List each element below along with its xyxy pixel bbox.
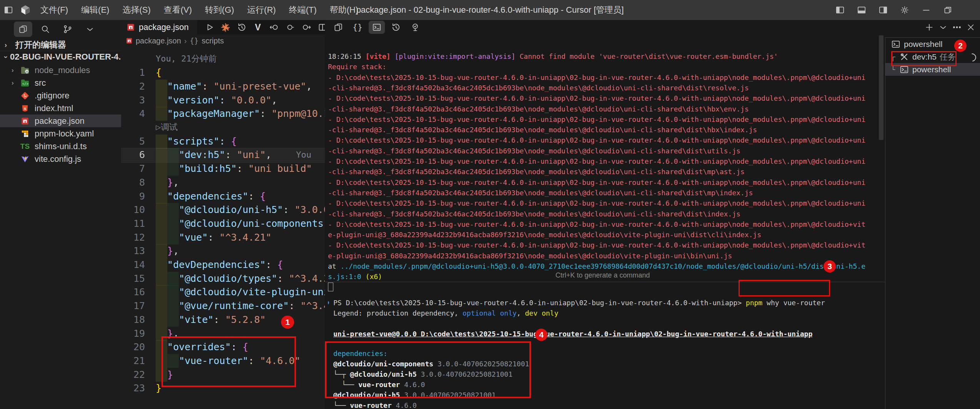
chevron-right-icon: ›: [12, 67, 20, 74]
search-icon[interactable]: [36, 22, 55, 37]
file-package.json[interactable]: package.json: [0, 115, 121, 127]
line-number: 16: [121, 285, 145, 299]
chevron-down-icon[interactable]: [937, 21, 949, 34]
terminal-line: -cli-shared@3._f3dc8f4a502ba3c46ac2405dc…: [328, 104, 882, 114]
code-text: },: [156, 244, 179, 258]
text-span: }: [156, 382, 161, 394]
html-icon: 5: [20, 104, 30, 113]
nav-back-icon[interactable]: [267, 21, 281, 34]
text-span: [156, 314, 179, 325]
new-terminal-icon[interactable]: [923, 21, 935, 34]
menu-v[interactable]: 查看(V): [157, 0, 198, 20]
text-span: :: [208, 232, 219, 243]
menu-t[interactable]: 终端(T): [282, 0, 323, 20]
text-span: [156, 177, 167, 188]
file-nodemodules[interactable]: ›JSnode_modules: [0, 64, 121, 76]
layout-panel-icon[interactable]: [851, 0, 872, 20]
text-span: "dependencies": [167, 191, 248, 202]
file-index.html[interactable]: 5index.html: [0, 102, 121, 115]
text-span: ,: [517, 309, 525, 317]
line-number: 13: [121, 244, 145, 258]
text-span: "build:h5": [179, 163, 237, 174]
text-span: -cli-shared@3._f3dc8f4a502ba3c46ac2405dc…: [328, 105, 749, 113]
file-label: .gitignore: [35, 91, 70, 101]
settings-gear-icon[interactable]: [894, 0, 915, 20]
text-span: "^3.4: [300, 300, 325, 311]
nav-circle-icon[interactable]: [283, 21, 297, 34]
braces-icon[interactable]: {}: [349, 21, 366, 34]
text-span: :: [214, 314, 225, 325]
terminal-line: -cli-shared@3._f3dc8f4a502ba3c46ac2405dc…: [328, 125, 882, 135]
menu-s[interactable]: 选择(S): [116, 0, 157, 20]
text-span: "uni": [237, 149, 266, 160]
code-line-12: 12 "vue": "^3.4.21": [121, 231, 325, 244]
minimize-icon[interactable]: [915, 0, 937, 20]
terminal-scrollbar[interactable]: [879, 35, 883, 140]
restore-icon[interactable]: [937, 0, 958, 20]
text-span: dev only: [525, 309, 559, 317]
terminal-line: Legend: production dependency, optional …: [328, 308, 885, 318]
codelens-debug[interactable]: ▷调试: [156, 121, 178, 135]
terminal-icon[interactable]: [369, 21, 385, 34]
close-icon[interactable]: [958, 0, 980, 20]
ai-spark-icon[interactable]: [219, 21, 233, 34]
history-icon[interactable]: [388, 21, 404, 34]
code-line-2: 2 "name": "uni-preset-vue",: [121, 80, 325, 93]
text-span: {: [277, 259, 283, 270]
code-text: "packageManager": "pnpm@10.1: [156, 107, 325, 121]
text-span: "@vue/runtime-core": [179, 300, 289, 311]
file-.gitignore[interactable]: .gitignore: [0, 89, 121, 102]
text-span: [156, 81, 167, 92]
layout-sidebar-left-icon[interactable]: [0, 2, 17, 18]
text-span: - D:\code\tests\2025-10-15-bug-vue-route…: [328, 199, 865, 207]
text-span: - D:\code\tests\2025-10-15-bug-vue-route…: [328, 220, 865, 228]
task-tree-icon[interactable]: [407, 21, 423, 34]
project-section[interactable]: › 02-BUG-IN-VUE-ROUTER-4.6.0-...: [0, 51, 121, 63]
editor-tab-strip: package.json V: [121, 20, 325, 35]
line-number: 12: [121, 231, 145, 244]
line-number: 17: [121, 299, 145, 313]
file-label: index.html: [35, 103, 73, 113]
folder-src-icon: </>: [20, 78, 30, 88]
terminal-name: powershell: [904, 40, 942, 49]
text-span: ,: [173, 245, 179, 256]
file-vite.config.js[interactable]: vite.config.js: [0, 153, 121, 165]
chevron-down-icon[interactable]: [81, 22, 99, 37]
more-icon[interactable]: [951, 21, 963, 34]
text-span: [plugin:vite:import-analysis]: [394, 52, 519, 60]
vue-icon[interactable]: V: [251, 21, 265, 34]
run-icon[interactable]: [203, 21, 216, 34]
line-number: 7: [121, 162, 145, 176]
terminal-line: - D:\code\tests\2025-10-15-bug-vue-route…: [328, 114, 882, 125]
file-shims-uni.d.ts[interactable]: TSshims-uni.d.ts: [0, 140, 121, 153]
source-control-icon[interactable]: [58, 22, 77, 37]
pages-icon[interactable]: [330, 21, 346, 34]
menu-r[interactable]: 运行(R): [241, 0, 283, 20]
pages-icon[interactable]: [14, 22, 32, 37]
file-src[interactable]: ›</>src: [0, 76, 121, 89]
menu-e[interactable]: 编辑(E): [75, 0, 116, 20]
code-line-18: 18 "vite": "5.2.8": [121, 313, 325, 327]
layout-sidebar-left-icon[interactable]: [829, 0, 851, 20]
tab-package-json[interactable]: package.json: [121, 20, 197, 35]
text-span: [156, 259, 167, 270]
text-span: ,: [306, 81, 312, 92]
close-icon[interactable]: [965, 21, 977, 34]
text-span: :: [202, 81, 213, 92]
command-ran-decoration: [328, 301, 329, 304]
text-span: [156, 232, 179, 243]
file-pnpm-lock.yaml[interactable]: pnpm-lock.yaml: [0, 127, 121, 140]
code-line-15: 15 "@dcloudio/types": "^3.4.3: [121, 272, 325, 286]
text-span: "scripts": [167, 136, 219, 147]
terminal-line: - D:\code\tests\2025-10-15-bug-vue-route…: [328, 240, 882, 250]
menu-f[interactable]: 文件(F): [34, 0, 75, 20]
code-line-6: 6 "dev:h5": "uni",You: [121, 148, 325, 162]
text-span: Cannot find module 'vue-router\dist\vue-…: [520, 52, 778, 60]
code-text: "@vue/runtime-core": "^3.4: [156, 299, 325, 313]
timeline-icon[interactable]: [235, 21, 249, 34]
text-span: :: [283, 204, 294, 215]
open-editors-section[interactable]: › 打开的编辑器: [0, 39, 121, 51]
menu-g[interactable]: 转到(G): [198, 0, 241, 20]
nav-forward-icon[interactable]: [299, 21, 313, 34]
layout-sidebar-right-icon[interactable]: [872, 0, 894, 20]
